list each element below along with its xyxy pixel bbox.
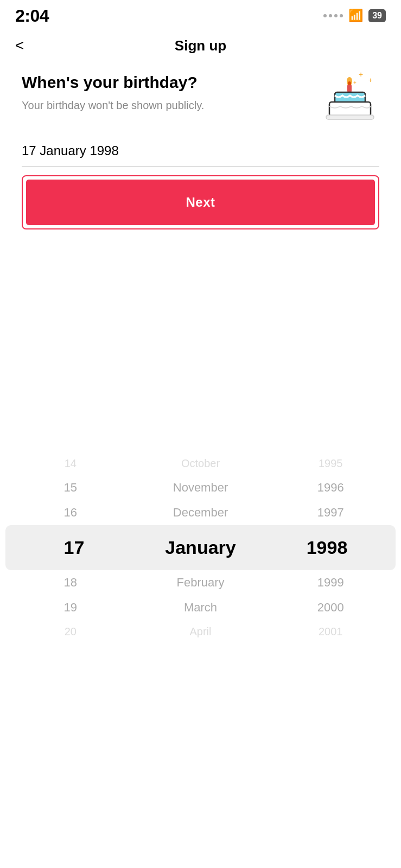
- picker-month-october: October: [181, 457, 220, 469]
- picker-year-1998: 1998: [307, 537, 348, 558]
- main-content: When's your birthday? Your birthday won'…: [0, 62, 401, 229]
- picker-col-month: December: [136, 506, 266, 520]
- selected-date-text: 17 January 1998: [22, 143, 119, 158]
- picker-col-year-selected: 1998: [264, 537, 390, 558]
- nav-header: < Sign up: [0, 29, 401, 62]
- date-picker[interactable]: 14 October 1995 15 November 1996 16 Dece…: [0, 452, 401, 643]
- svg-text:+: +: [359, 70, 363, 79]
- picker-month-january: January: [165, 537, 235, 558]
- picker-col-day-selected: 17: [11, 537, 137, 558]
- picker-col-month: October: [136, 457, 266, 470]
- picker-col-year: 2001: [265, 626, 396, 638]
- picker-year-1995: 1995: [319, 457, 343, 469]
- picker-col-day: 20: [5, 626, 136, 638]
- picker-col-month-selected: January: [137, 537, 264, 558]
- picker-col-year: 1996: [265, 481, 396, 495]
- picker-year-1999: 1999: [317, 576, 344, 589]
- picker-year-2001: 2001: [319, 626, 343, 637]
- wifi-icon: 📶: [348, 9, 363, 23]
- page-title: Sign up: [175, 37, 226, 54]
- svg-text:+: +: [353, 80, 357, 86]
- battery-icon: 39: [368, 9, 386, 22]
- picker-day-15: 15: [64, 481, 77, 494]
- picker-month-november: November: [173, 481, 228, 494]
- birthday-subtitle: Your birthday won't be shown publicly.: [22, 98, 309, 113]
- picker-day-20: 20: [65, 626, 77, 637]
- picker-col-year: 1995: [265, 457, 396, 470]
- picker-year-1996: 1996: [317, 481, 344, 494]
- birthday-section: When's your birthday? Your birthday won'…: [22, 73, 379, 127]
- cake-illustration: + + +: [320, 67, 379, 127]
- picker-col-year: 2000: [265, 601, 396, 615]
- picker-col-day: 16: [5, 506, 136, 520]
- picker-col-year: 1997: [265, 506, 396, 520]
- picker-col-year: 1999: [265, 576, 396, 590]
- picker-row-faded-bottom: 20 April 2001: [5, 620, 396, 643]
- picker-col-month: April: [136, 626, 266, 638]
- picker-col-month: March: [136, 601, 266, 615]
- spacer: [0, 246, 401, 452]
- picker-month-february: February: [176, 576, 224, 589]
- picker-year-1997: 1997: [317, 506, 344, 519]
- picker-row-selected[interactable]: 17 January 1998: [5, 525, 396, 570]
- birthday-text: When's your birthday? Your birthday won'…: [22, 73, 309, 113]
- picker-row-faded-top: 14 October 1995: [5, 452, 396, 475]
- picker-day-18: 18: [64, 576, 77, 589]
- status-bar: 2:04 📶 39: [0, 0, 401, 29]
- picker-col-month: February: [136, 576, 266, 590]
- next-button-wrapper: Next: [22, 175, 379, 229]
- svg-rect-8: [326, 115, 374, 119]
- picker-month-march: March: [184, 601, 217, 614]
- picker-col-day: 15: [5, 481, 136, 495]
- picker-day-19: 19: [64, 601, 77, 614]
- svg-text:+: +: [368, 76, 372, 84]
- date-display: 17 January 1998: [22, 143, 379, 167]
- next-button[interactable]: Next: [26, 180, 375, 225]
- picker-day-16: 16: [64, 506, 77, 519]
- picker-col-day: 14: [5, 457, 136, 470]
- picker-month-december: December: [173, 506, 228, 519]
- signal-icon: [323, 14, 343, 17]
- picker-row-19[interactable]: 19 March 2000: [5, 595, 396, 620]
- picker-col-day: 19: [5, 601, 136, 615]
- picker-col-day: 18: [5, 576, 136, 590]
- status-time: 2:04: [15, 6, 49, 26]
- picker-row-18[interactable]: 18 February 1999: [5, 570, 396, 595]
- picker-day-17: 17: [64, 537, 85, 558]
- picker-row-16[interactable]: 16 December 1997: [5, 500, 396, 525]
- picker-col-month: November: [136, 481, 266, 495]
- picker-row-15[interactable]: 15 November 1996: [5, 475, 396, 500]
- back-button[interactable]: <: [15, 38, 24, 53]
- birthday-title: When's your birthday?: [22, 73, 309, 92]
- picker-year-2000: 2000: [317, 601, 344, 614]
- picker-month-april: April: [190, 626, 212, 637]
- picker-day-14: 14: [65, 457, 77, 469]
- status-icons: 📶 39: [323, 9, 386, 23]
- svg-rect-7: [329, 102, 371, 116]
- svg-rect-5: [347, 85, 352, 92]
